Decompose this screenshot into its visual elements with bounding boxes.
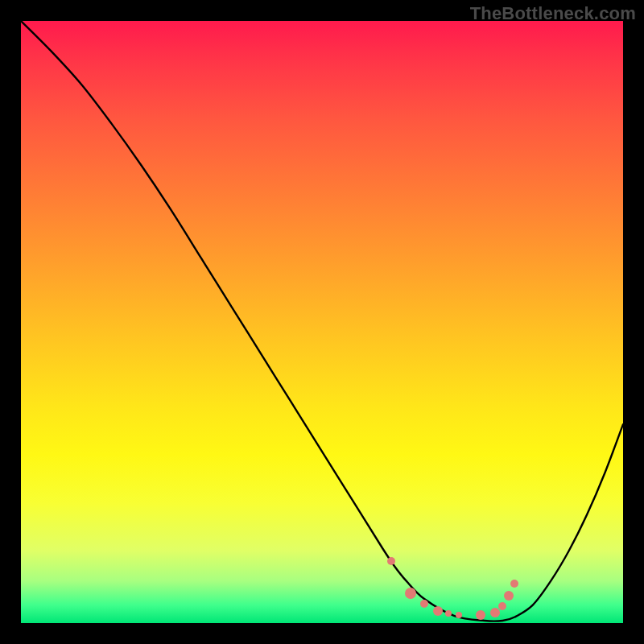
highlight-dot — [476, 610, 485, 620]
highlight-dot — [456, 612, 462, 618]
highlight-dot — [433, 606, 443, 616]
highlight-dot — [510, 580, 518, 588]
highlight-dot — [490, 608, 500, 617]
highlight-dot — [445, 610, 452, 617]
chart-plot-area — [21, 21, 623, 623]
highlight-dots-layer — [21, 21, 623, 623]
highlight-dot — [420, 600, 428, 608]
watermark-text: TheBottleneck.com — [470, 3, 636, 24]
highlight-dot — [498, 602, 506, 610]
highlight-dot — [387, 557, 395, 565]
highlight-dot — [504, 591, 514, 601]
highlight-dot — [405, 588, 416, 599]
